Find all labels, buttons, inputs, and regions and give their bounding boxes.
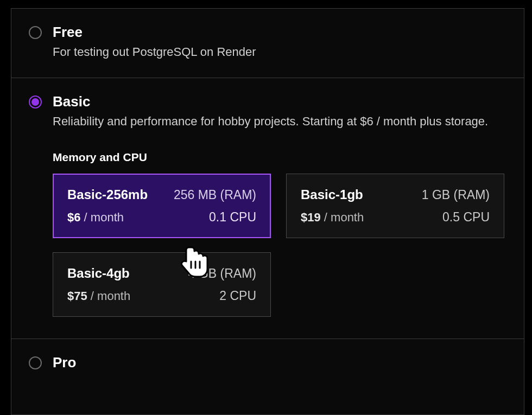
radio-pro[interactable] [29,356,42,369]
card-price: $6 / month [67,210,124,225]
tier-free[interactable]: Free For testing out PostgreSQL on Rende… [11,9,524,78]
card-cpu: 0.5 CPU [442,210,490,225]
radio-free[interactable] [29,26,42,39]
card-ram: 4 GB (RAM) [188,266,256,281]
card-basic-1gb[interactable]: Basic-1gb 1 GB (RAM) $19 / month 0.5 CPU [286,174,504,238]
tier-pro-body: Pro [53,354,506,374]
card-ram: 256 MB (RAM) [174,188,256,202]
card-cpu: 0.1 CPU [209,210,256,225]
card-price: $75 / month [67,289,130,303]
card-ram: 1 GB (RAM) [422,188,490,202]
pricing-panel: Free For testing out PostgreSQL on Rende… [11,8,524,415]
card-name: Basic-4gb [67,266,130,281]
instance-cards: Basic-256mb 256 MB (RAM) $6 / month 0.1 … [53,174,506,317]
tier-basic-body: Basic Reliability and performance for ho… [53,93,506,317]
tier-free-body: Free For testing out PostgreSQL on Rende… [53,24,506,60]
card-cpu: 2 CPU [219,289,256,303]
tier-pro-title: Pro [53,354,506,371]
card-name: Basic-256mb [67,187,148,202]
card-basic-4gb[interactable]: Basic-4gb 4 GB (RAM) $75 / month 2 CPU [53,252,271,317]
card-price: $19 / month [301,210,364,225]
tier-free-desc: For testing out PostgreSQL on Render [53,44,506,60]
tier-pro[interactable]: Pro [11,339,524,392]
tier-basic-title: Basic [53,93,506,110]
radio-basic[interactable] [29,95,42,108]
card-name: Basic-1gb [301,187,363,202]
memory-cpu-label: Memory and CPU [53,151,506,164]
card-basic-256mb[interactable]: Basic-256mb 256 MB (RAM) $6 / month 0.1 … [53,174,271,238]
tier-basic-desc: Reliability and performance for hobby pr… [53,113,506,130]
tier-basic[interactable]: Basic Reliability and performance for ho… [11,78,524,340]
tier-free-title: Free [53,24,506,41]
